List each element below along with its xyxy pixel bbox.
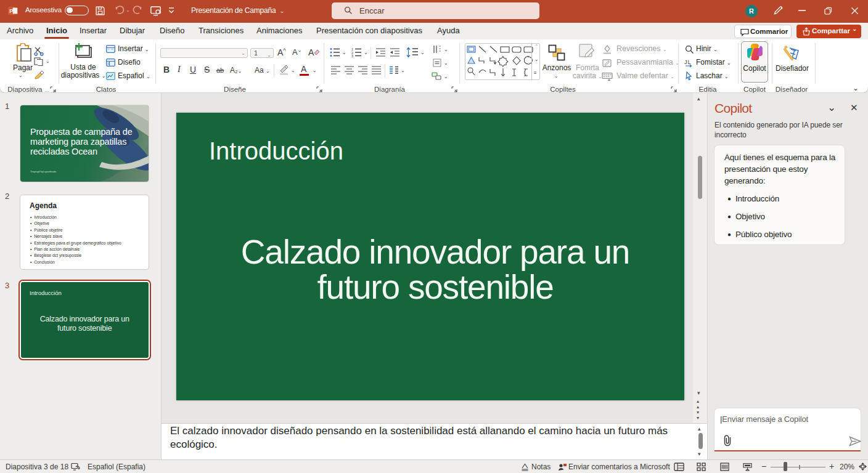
svg-text:3: 3 bbox=[351, 54, 353, 57]
svg-text:L: L bbox=[688, 59, 691, 65]
svg-text:☰: ☰ bbox=[107, 62, 110, 65]
svg-text:J: J bbox=[684, 59, 687, 65]
svg-text:P: P bbox=[9, 8, 13, 14]
